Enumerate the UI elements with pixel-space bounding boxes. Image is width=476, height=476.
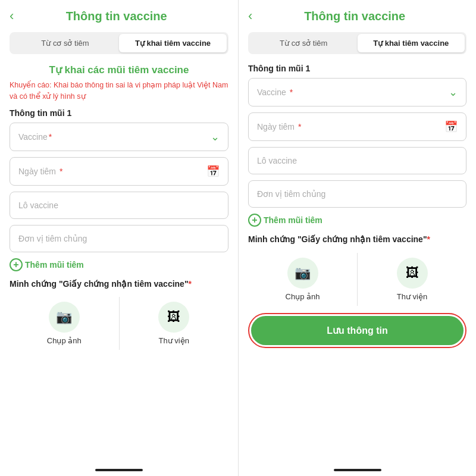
- left-section-title: Tự khai các mũi tiêm vaccine: [10, 64, 228, 76]
- left-camera-option[interactable]: 📷 Chụp ảnh: [10, 297, 120, 350]
- left-bottom-bar: [95, 469, 143, 471]
- right-tab-co-so[interactable]: Từ cơ sở tiêm: [250, 34, 358, 52]
- right-donvi-placeholder: Đơn vị tiêm chủng: [257, 189, 325, 199]
- right-ngaytiem-field[interactable]: Ngày tiêm * 📅: [248, 112, 466, 141]
- right-camera-label: Chụp ảnh: [286, 292, 320, 301]
- left-donvi-placeholder: Đơn vị tiêm chủng: [18, 234, 87, 243]
- left-photo-row: 📷 Chụp ảnh 🖼 Thư viện: [10, 297, 228, 350]
- right-chevron-down-icon: ⌄: [449, 86, 458, 99]
- left-evidence-label: Minh chứng "Giấy chứng nhận tiêm vaccine…: [10, 278, 228, 290]
- right-evidence-label: Minh chứng "Giấy chứng nhận tiêm vaccine…: [248, 234, 466, 246]
- right-panel: ‹ Thông tin vaccine Từ cơ sở tiêm Tự kha…: [238, 0, 476, 476]
- right-calendar-icon: 📅: [444, 120, 458, 133]
- right-camera-icon: 📷: [287, 258, 318, 289]
- right-gallery-label: Thư viện: [397, 292, 427, 301]
- left-header: ‹ Thông tin vaccine: [0, 0, 238, 30]
- left-panel: ‹ Thông tin vaccine Từ cơ sở tiêm Tự kha…: [0, 0, 238, 476]
- left-ngaytiem-placeholder: Ngày tiêm *: [18, 167, 62, 176]
- left-lovaccine-placeholder: Lô vaccine: [18, 201, 58, 210]
- left-add-label: Thêm mũi tiêm: [25, 260, 84, 270]
- right-lovaccine-field[interactable]: Lô vaccine: [248, 147, 466, 174]
- left-vaccine-placeholder: Vaccine*: [18, 132, 52, 142]
- right-mui-label: Thông tin mũi 1: [248, 64, 466, 73]
- right-back-button[interactable]: ‹: [248, 8, 252, 24]
- right-add-mui-button[interactable]: + Thêm mũi tiêm: [248, 214, 466, 227]
- left-back-button[interactable]: ‹: [10, 8, 14, 24]
- right-donvi-field[interactable]: Đơn vị tiêm chủng: [248, 180, 466, 208]
- left-camera-label: Chụp ảnh: [47, 336, 82, 345]
- right-ngaytiem-placeholder: Ngày tiêm *: [257, 122, 301, 131]
- left-chevron-down-icon: ⌄: [211, 130, 220, 143]
- right-photo-row: 📷 Chụp ảnh 🖼 Thư viện: [248, 253, 466, 306]
- left-plus-circle-icon: +: [10, 258, 23, 271]
- left-camera-icon: 📷: [49, 302, 80, 333]
- left-mui-label: Thông tin mũi 1: [10, 108, 228, 118]
- save-button[interactable]: Lưu thông tin: [251, 316, 464, 345]
- right-scroll: Thông tin mũi 1 Vaccine * ⌄ Ngày tiêm * …: [239, 61, 476, 476]
- left-gallery-icon: 🖼: [158, 302, 189, 333]
- right-header: ‹ Thông tin vaccine: [239, 0, 476, 30]
- right-gallery-icon: 🖼: [397, 258, 428, 289]
- right-camera-option[interactable]: 📷 Chụp ảnh: [248, 253, 358, 306]
- right-add-label: Thêm mũi tiêm: [264, 215, 322, 225]
- left-ngaytiem-field[interactable]: Ngày tiêm * 📅: [10, 157, 228, 186]
- save-btn-wrapper: Lưu thông tin: [248, 313, 466, 348]
- right-lovaccine-placeholder: Lô vaccine: [257, 156, 297, 165]
- right-gallery-option[interactable]: 🖼 Thư viện: [358, 253, 466, 306]
- left-gallery-option[interactable]: 🖼 Thư viện: [120, 297, 229, 350]
- right-plus-circle-icon: +: [248, 214, 261, 227]
- left-vaccine-field[interactable]: Vaccine* ⌄: [10, 123, 228, 151]
- right-bottom-bar: [334, 469, 381, 471]
- left-tab-co-so[interactable]: Từ cơ sở tiêm: [11, 34, 119, 52]
- left-gallery-label: Thư viện: [159, 336, 189, 345]
- right-tab-tu-khai[interactable]: Tự khai tiêm vaccine: [358, 34, 465, 52]
- left-lovaccine-field[interactable]: Lô vaccine: [10, 192, 228, 219]
- right-vaccine-placeholder: Vaccine *: [257, 87, 293, 97]
- left-tab-tu-khai[interactable]: Tự khai tiêm vaccine: [119, 34, 227, 52]
- right-vaccine-field[interactable]: Vaccine * ⌄: [248, 78, 466, 107]
- left-page-title: Thông tin vaccine: [18, 10, 228, 23]
- left-calendar-icon: 📅: [206, 165, 220, 178]
- left-scroll: Tự khai các mũi tiêm vaccine Khuyến cáo:…: [0, 61, 238, 476]
- right-page-title: Thông tin vaccine: [257, 10, 466, 23]
- left-donvi-field[interactable]: Đơn vị tiêm chủng: [10, 225, 228, 252]
- left-add-mui-button[interactable]: + Thêm mũi tiêm: [10, 258, 228, 271]
- left-warning: Khuyến cáo: Khai báo thông tin sai là vi…: [10, 80, 228, 102]
- left-tab-row: Từ cơ sở tiêm Tự khai tiêm vaccine: [10, 32, 228, 54]
- right-tab-row: Từ cơ sở tiêm Tự khai tiêm vaccine: [248, 32, 466, 54]
